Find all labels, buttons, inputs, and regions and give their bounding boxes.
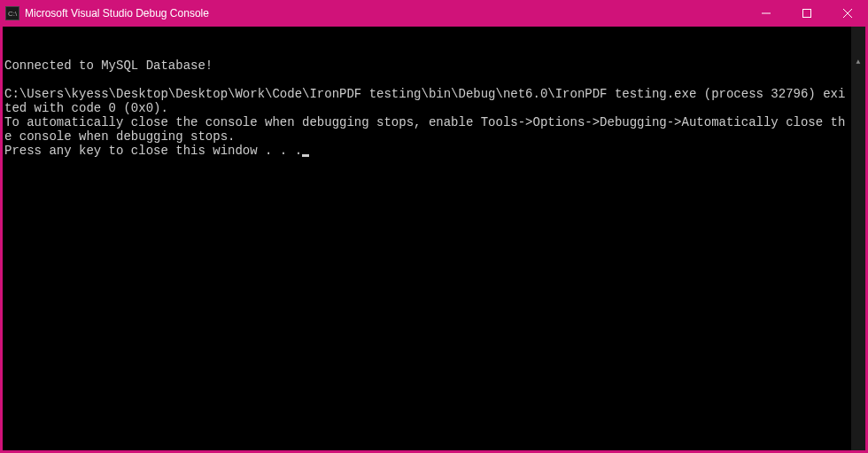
maximize-button[interactable] [787,0,827,27]
window-title: Microsoft Visual Studio Debug Console [25,7,746,20]
scrollbar-track[interactable]: ▲ [851,55,865,453]
console-line: Press any key to close this window . . . [4,144,302,158]
console-output[interactable]: Connected to MySQL Database! C:\Users\ky… [3,27,865,450]
minimize-icon [762,9,771,18]
console-line: Connected to MySQL Database! [4,59,213,73]
close-button[interactable] [827,0,868,27]
minimize-button[interactable] [746,0,787,27]
console-line: To automatically close the console when … [4,115,845,144]
app-icon-label: C:\ [8,10,17,18]
vertical-scrollbar[interactable]: ▲ [851,27,865,450]
scrollbar-arrow-up-icon[interactable]: ▲ [851,55,865,69]
titlebar[interactable]: C:\ Microsoft Visual Studio Debug Consol… [0,0,868,27]
text-cursor [302,154,309,157]
console-line: C:\Users\kyess\Desktop\Desktop\Work\Code… [4,87,845,115]
svg-rect-1 [803,10,811,18]
console-text: Connected to MySQL Database! C:\Users\ky… [4,59,864,158]
maximize-icon [802,9,811,18]
app-icon: C:\ [5,6,19,20]
close-icon [843,9,852,18]
window-controls [746,0,868,27]
window: C:\ Microsoft Visual Studio Debug Consol… [0,0,868,453]
